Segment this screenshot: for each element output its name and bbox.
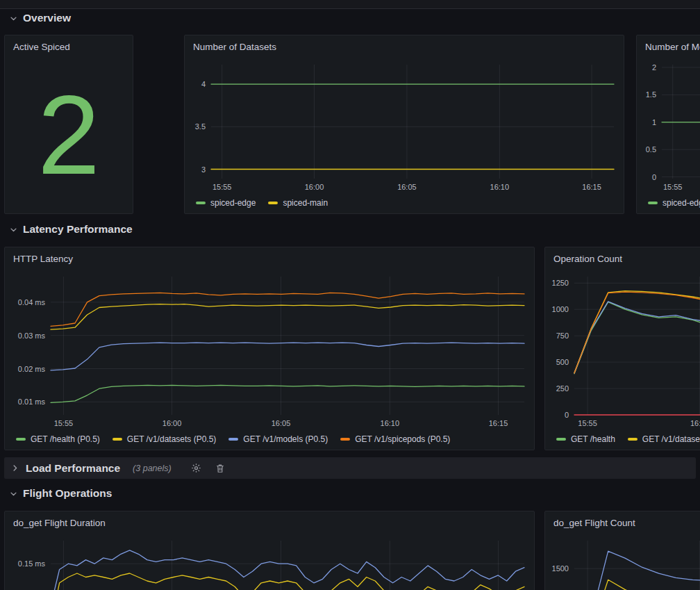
chart-canvas[interactable]: 00.511.5215:5516:0016:0516:1016:15 [642,59,700,194]
panel-title[interactable]: Operation Count [545,247,700,264]
svg-text:0.02 ms: 0.02 ms [18,365,46,373]
row-title: Load Performance [26,462,120,475]
panel-http-latency: HTTP Latency 0.01 ms0.02 ms0.03 ms0.04 m… [4,247,535,450]
panel-title[interactable]: do_get Flight Duration [5,511,534,528]
section-title: Latency Performance [23,223,133,236]
svg-text:16:00: 16:00 [305,183,324,191]
svg-text:16:10: 16:10 [490,183,510,191]
panel-title[interactable]: Number of Datasets [185,35,624,52]
svg-text:0.5: 0.5 [646,145,656,154]
trash-icon[interactable] [212,460,228,477]
legend-item[interactable]: GET /v1/spicepods (P0.5) [340,434,450,444]
svg-text:16:00: 16:00 [690,419,700,427]
svg-text:16:10: 16:10 [381,419,400,427]
legend-item[interactable]: GET /v1/models (P0.5) [228,434,328,444]
stat-value: 2 [5,56,133,213]
svg-text:15:55: 15:55 [54,419,74,427]
section-row-latency-performance[interactable]: Latency Performance [10,223,133,236]
legend-label: spiced-edge [662,198,700,208]
svg-text:0: 0 [652,173,656,181]
chart-canvas[interactable]: 33.5415:5516:0016:0516:1016:15 [190,59,618,194]
svg-text:2: 2 [652,63,656,72]
chart-http-latency[interactable]: 0.01 ms0.02 ms0.03 ms0.04 ms15:5516:0016… [10,271,528,430]
svg-text:15:55: 15:55 [663,183,683,191]
svg-text:0.03 ms: 0.03 ms [18,331,46,340]
svg-text:1: 1 [652,118,656,126]
chart-number-of-models[interactable]: 00.511.5215:5516:0016:0516:1016:15 [642,59,700,194]
panel-operation-count: Operation Count 02505007501000125015:551… [544,247,700,450]
chart-operation-count[interactable]: 02505007501000125015:5516:0016:0516:1016… [551,271,700,430]
row-load-performance[interactable]: Load Performance (3 panels) [4,457,696,479]
panel-do-get-flight-count: do_get Flight Count 1500 [544,511,700,590]
dashboard: Overview Active Spiced 2 Number of Datas… [0,0,700,590]
legend-item[interactable]: spiced-edge [196,198,256,208]
svg-text:16:00: 16:00 [162,419,182,427]
chart-canvas[interactable]: 0.15 ms [10,535,528,590]
svg-text:500: 500 [556,358,569,366]
legend-label: GET /v1/models (P0.5) [243,434,328,444]
chart-canvas[interactable]: 1500 [551,535,700,590]
legend: GET /healthGET /v1/datasetsGET /v1/model… [556,432,700,446]
svg-text:0: 0 [565,411,569,419]
panel-title[interactable]: do_get Flight Count [545,511,700,528]
chart-number-of-datasets[interactable]: 33.5415:5516:0016:0516:1016:15 [190,59,618,194]
svg-text:4: 4 [201,80,206,88]
panel-number-of-datasets: Number of Datasets 33.5415:5516:0016:051… [184,35,624,214]
chart-do-get-flight-duration[interactable]: 0.15 ms [10,535,528,590]
svg-text:16:15: 16:15 [582,183,601,191]
gear-icon[interactable] [188,460,205,477]
svg-text:15:55: 15:55 [212,183,232,191]
panel-number-of-models: Number of Models 00.511.5215:5516:0016:0… [636,35,700,214]
svg-text:16:15: 16:15 [489,419,508,427]
legend-label: GET /health [571,434,615,444]
legend-swatch [268,202,278,204]
legend-label: GET /v1/spicepods (P0.5) [355,434,450,444]
legend-label: spiced-main [283,198,328,208]
section-row-overview[interactable]: Overview [10,12,71,24]
legend-swatch [648,202,658,204]
svg-text:0.15 ms: 0.15 ms [18,559,46,568]
chart-do-get-flight-count[interactable]: 1500 [551,535,700,590]
chevron-down-icon [10,490,17,498]
legend-item[interactable]: GET /v1/datasets (P0.5) [112,434,217,444]
legend-item[interactable]: spiced-edge [648,198,700,208]
chevron-down-icon [10,15,17,22]
legend-label: GET /health (P0.5) [31,434,100,444]
svg-text:250: 250 [556,384,569,393]
panel-do-get-flight-duration: do_get Flight Duration 0.15 ms [4,511,535,590]
legend-item[interactable]: GET /v1/datasets [628,434,700,444]
legend-item[interactable]: spiced-main [268,198,328,208]
top-toolbar-edge [0,0,700,9]
legend-swatch [112,438,122,441]
legend-swatch [228,438,238,441]
svg-text:16:05: 16:05 [397,183,417,191]
chart-canvas[interactable]: 02505007501000125015:5516:0016:0516:1016… [551,271,700,430]
legend-swatch [340,438,350,441]
legend-label: spiced-edge [210,198,256,208]
svg-text:750: 750 [556,331,569,340]
legend-swatch [556,438,566,441]
svg-text:15:55: 15:55 [578,419,597,427]
panel-title[interactable]: Active Spiced [5,35,133,52]
section-title: Overview [23,12,71,24]
svg-text:1000: 1000 [552,305,569,313]
chart-canvas[interactable]: 0.01 ms0.02 ms0.03 ms0.04 ms15:5516:0016… [10,271,528,430]
section-title: Flight Operations [23,487,112,500]
legend-item[interactable]: GET /health (P0.5) [16,434,100,444]
chevron-right-icon [11,464,19,472]
legend-label: GET /v1/datasets (P0.5) [127,434,217,444]
svg-text:0.04 ms: 0.04 ms [18,298,46,306]
legend-item[interactable]: GET /health [556,434,615,444]
legend-swatch [16,438,26,441]
svg-text:16:05: 16:05 [272,419,291,427]
legend-swatch [196,202,206,204]
section-row-flight-operations[interactable]: Flight Operations [10,487,112,500]
svg-text:3.5: 3.5 [195,122,206,131]
svg-text:3: 3 [201,165,206,174]
chevron-down-icon [10,226,17,233]
legend: spiced-edge [648,196,700,210]
svg-text:1500: 1500 [552,564,569,573]
panel-title[interactable]: Number of Models [637,35,700,52]
panel-title[interactable]: HTTP Latency [5,247,534,264]
legend-label: GET /v1/datasets [642,434,700,444]
